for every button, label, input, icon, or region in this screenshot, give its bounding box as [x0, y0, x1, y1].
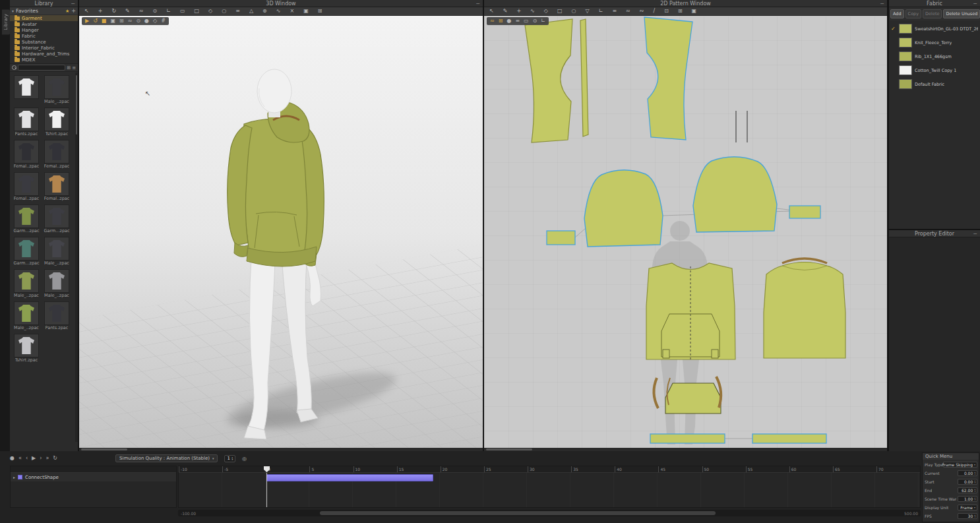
show-pattern-name-icon[interactable]: ▭ [524, 18, 529, 24]
collapse-caret-icon[interactable]: ▾ [12, 9, 14, 13]
library-item-male[interactable]: Male_..zpac [44, 75, 70, 104]
dart-icon[interactable]: ▽ [586, 9, 590, 14]
polygon-tool-icon[interactable]: ◇ [544, 9, 548, 14]
pattern-piece-front-bodice[interactable] [646, 263, 735, 359]
timeline-track-area[interactable] [179, 473, 920, 507]
search-input[interactable] [18, 65, 65, 71]
quick-menu-value[interactable]: 1.00 ▾ ▴▾ [958, 496, 977, 502]
solidify-tool-icon[interactable]: ▣ [303, 9, 309, 14]
folder-substance[interactable]: Substance [10, 39, 78, 45]
simulate-icon[interactable]: ▶ [85, 18, 89, 24]
pin-tool-icon[interactable]: ⊙ [153, 9, 158, 14]
add-favorite-icon[interactable]: + [71, 8, 76, 14]
2d-window-menu-icon[interactable]: − [880, 0, 884, 7]
pattern-piece-cuff-left[interactable] [547, 231, 575, 245]
ruler-icon[interactable]: ∟ [541, 18, 545, 24]
fabric-item-rib[interactable]: ✓ Rib_1X1_466gsm [889, 49, 980, 63]
stepper-icons[interactable]: ▴▾ [974, 472, 975, 476]
edit-curvature-icon[interactable]: ∿ [530, 9, 535, 14]
library-item-female[interactable]: Femal..zpac [13, 140, 40, 169]
copy-fabric-button[interactable]: Copy [905, 9, 922, 18]
quick-menu-value[interactable]: 30 ▾ ▴▾ [958, 513, 977, 519]
favorites-header[interactable]: ▾ Favorites ★ + [10, 7, 78, 15]
add-point-icon[interactable]: + [516, 9, 521, 14]
library-item-tshirt[interactable]: Tshirt.zpac [44, 108, 70, 137]
dart-tool-icon[interactable]: ◇ [208, 9, 212, 14]
grid-view-icon[interactable]: ⊞ [67, 65, 71, 71]
steam-tool-icon[interactable]: × [290, 9, 294, 14]
3d-scrollbar-thumb[interactable] [81, 448, 127, 450]
grain-tool-icon[interactable]: ⊕ [262, 9, 267, 14]
button-tool-icon[interactable]: ○ [222, 9, 226, 14]
connectshape-clip[interactable] [266, 474, 433, 481]
stepper-icons[interactable]: ▴▾ [974, 489, 975, 493]
show-pins-icon[interactable]: ⊙ [136, 18, 140, 24]
fold-arrangement-icon[interactable]: △ [249, 9, 253, 14]
2d-viewport[interactable]: ≈⊞●≡▭⊙∟ [484, 16, 887, 451]
show-grid-icon[interactable]: ⊞ [499, 18, 503, 24]
notch-icon[interactable]: ∟ [599, 9, 603, 14]
free-sewing-icon[interactable]: ∾ [640, 9, 644, 14]
play-icon[interactable]: ▶ [32, 456, 36, 461]
pattern-piece-sleeve-right[interactable] [693, 157, 777, 232]
library-scrollbar-thumb[interactable] [76, 75, 77, 135]
show-garment-icon[interactable]: ■ [102, 18, 107, 24]
pattern-piece-cuff-right[interactable] [789, 206, 820, 218]
rotate-gizmo-icon[interactable]: ↻ [111, 9, 116, 14]
folder-fabric[interactable]: Fabric [10, 33, 78, 39]
3d-viewport[interactable]: ▶↺■▣⊞≈⊙●◇# ↖ [79, 16, 483, 451]
folder-avatar[interactable]: Avatar [10, 21, 78, 27]
stepper-icons[interactable]: ▴▾ [974, 480, 975, 484]
stepper-icons[interactable]: ▴▾ [974, 497, 975, 501]
library-item-female[interactable]: Femal..zpac [44, 172, 70, 201]
sewing-tool-icon[interactable]: ≈ [139, 9, 144, 14]
delete-fabric-button[interactable]: Delete [923, 9, 942, 18]
quick-menu-value[interactable]: Frame Skipping ▾ ▴▾ [943, 462, 977, 468]
3d-window-menu-icon[interactable]: − [475, 0, 480, 7]
go-end-icon[interactable]: » [46, 456, 49, 461]
circle-tool-icon[interactable]: ○ [572, 9, 576, 14]
library-item-male[interactable]: Male_..zpac [13, 301, 40, 330]
folder-garment[interactable]: Garment [10, 15, 78, 21]
simulation-quality-dropdown[interactable]: Simulation Quality : Animation (Stable) … [115, 454, 218, 462]
timeline-ruler[interactable]: -10-50510152025303540455055606570 [179, 466, 920, 473]
fabric-item-sweatshirt[interactable]: ✓ SweatshirtOn_GL-03 DTDT_26b [889, 22, 980, 36]
show-avatar-icon[interactable]: ● [144, 18, 149, 24]
library-scrollbar[interactable] [75, 73, 78, 442]
property-editor-menu-icon[interactable]: − [973, 230, 977, 237]
folder-hardware-trims[interactable]: Hardware_and_Trims [10, 51, 78, 57]
folder-hanger[interactable]: Hanger [10, 27, 78, 33]
fabric-item-default[interactable]: ✓ Default Fabric [889, 77, 980, 91]
library-item-pants[interactable]: Pants.zpac [44, 301, 70, 330]
pattern-piece-hem-band-left[interactable] [650, 434, 725, 443]
internal-line-icon[interactable]: / [653, 9, 655, 14]
fabric-panel-menu-icon[interactable]: − [973, 0, 977, 7]
library-item-male[interactable]: Male_..zpac [44, 269, 70, 298]
quick-menu-value[interactable]: 0.00 ▾ ▴▾ [958, 470, 977, 476]
avatar-tab-icon[interactable]: ⊞ [318, 9, 322, 14]
trace-icon[interactable]: ⊡ [664, 9, 669, 14]
favorite-star-icon[interactable]: ★ [65, 9, 69, 14]
library-item-female[interactable]: Femal..zpac [44, 140, 70, 169]
caret-right-icon[interactable]: ▸ [13, 475, 15, 479]
folder-mdex[interactable]: MDEX [10, 57, 78, 63]
delete-unused-button[interactable]: Delete Unused [943, 9, 980, 18]
fabric-item-cotton-twill[interactable]: ✓ Cotton_Twill Copy 1 [889, 63, 980, 77]
quick-menu-value[interactable]: 0.00 ▾ ▴▾ [958, 479, 977, 485]
library-item-tshirt[interactable]: Tshirt.zpac [13, 334, 40, 363]
record-icon[interactable]: ● [10, 456, 15, 461]
fitmap-icon[interactable]: ◇ [153, 18, 157, 24]
segment-sewing-icon[interactable]: ≈ [626, 9, 630, 14]
measure-tool-icon[interactable]: ∟ [166, 9, 171, 14]
move-gizmo-icon[interactable]: + [98, 9, 103, 14]
library-item-pants[interactable]: Pants.zpac [13, 108, 40, 137]
library-item-female[interactable]: Femal..zpac [13, 172, 40, 201]
zipper-tool-icon[interactable]: ≡ [235, 9, 240, 14]
pattern-tool-icon[interactable]: □ [194, 9, 199, 14]
library-item-male[interactable]: Male_..zpac [44, 237, 70, 266]
stepper-icons[interactable]: ▴▾ [231, 456, 233, 460]
flatten-tool-icon[interactable]: ▭ [180, 9, 185, 14]
show-silhouette-icon[interactable]: ● [506, 18, 511, 24]
show-baseline-icon[interactable]: ≡ [515, 18, 520, 24]
transform-pattern-icon[interactable]: ↖ [489, 9, 494, 14]
